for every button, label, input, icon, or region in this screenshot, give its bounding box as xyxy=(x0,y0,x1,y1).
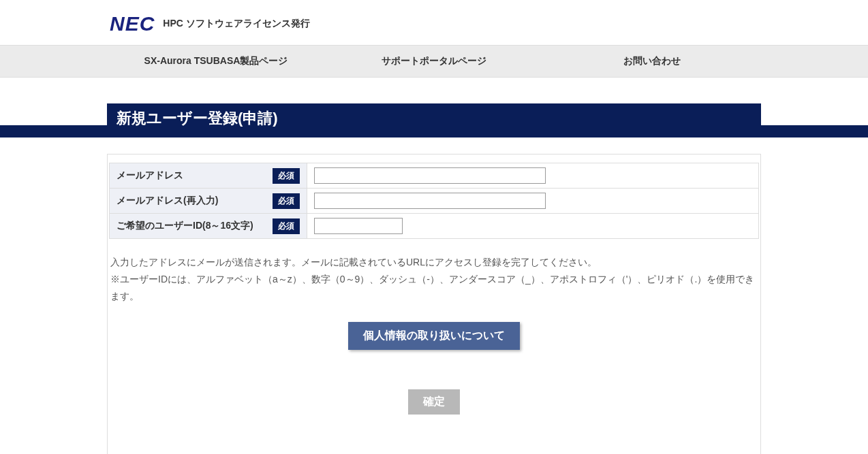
nav-product-page[interactable]: SX-Aurora TSUBASA製品ページ xyxy=(107,46,325,77)
form-row-email-confirm: メールアドレス(再入力) 必須 xyxy=(110,189,759,214)
logo: NEC xyxy=(110,12,155,35)
form-table: メールアドレス 必須 メールアドレス(再入力) 必須 xyxy=(109,163,759,239)
required-badge: 必須 xyxy=(273,218,300,234)
label-email: メールアドレス xyxy=(117,169,183,182)
confirm-button[interactable]: 確定 xyxy=(408,389,460,415)
required-badge: 必須 xyxy=(273,168,300,184)
nav-support-portal[interactable]: サポートポータルページ xyxy=(325,46,543,77)
required-badge: 必須 xyxy=(273,193,300,209)
page-title: 新規ユーザー登録(申請) xyxy=(107,103,761,133)
userid-input[interactable] xyxy=(314,218,403,234)
note-line-1: 入力したアドレスにメールが送信されます。メールに記載されているURLにアクセスし… xyxy=(110,254,758,271)
email-confirm-input[interactable] xyxy=(314,193,546,209)
form-notes: 入力したアドレスにメールが送信されます。メールに記載されているURLにアクセスし… xyxy=(108,239,760,306)
form-row-userid: ご希望のユーザーID(8～16文字) 必須 xyxy=(110,214,759,239)
nav-contact[interactable]: お問い合わせ xyxy=(543,46,761,77)
label-email-confirm: メールアドレス(再入力) xyxy=(117,195,218,207)
email-input[interactable] xyxy=(314,167,546,184)
form-row-email: メールアドレス 必須 xyxy=(110,163,759,189)
navbar: SX-Aurora TSUBASA製品ページ サポートポータルページ お問い合わ… xyxy=(0,45,868,78)
header: NEC HPC ソフトウェアライセンス発行 xyxy=(107,0,761,45)
form-box: メールアドレス 必須 メールアドレス(再入力) 必須 xyxy=(107,154,761,454)
header-subtitle: HPC ソフトウェアライセンス発行 xyxy=(163,18,309,30)
privacy-button[interactable]: 個人情報の取り扱いについて xyxy=(348,322,520,350)
note-line-2: ※ユーザーIDには、アルファベット（a～z）、数字（0～9）、ダッシュ（-）、ア… xyxy=(110,271,758,305)
label-userid: ご希望のユーザーID(8～16文字) xyxy=(117,220,253,232)
